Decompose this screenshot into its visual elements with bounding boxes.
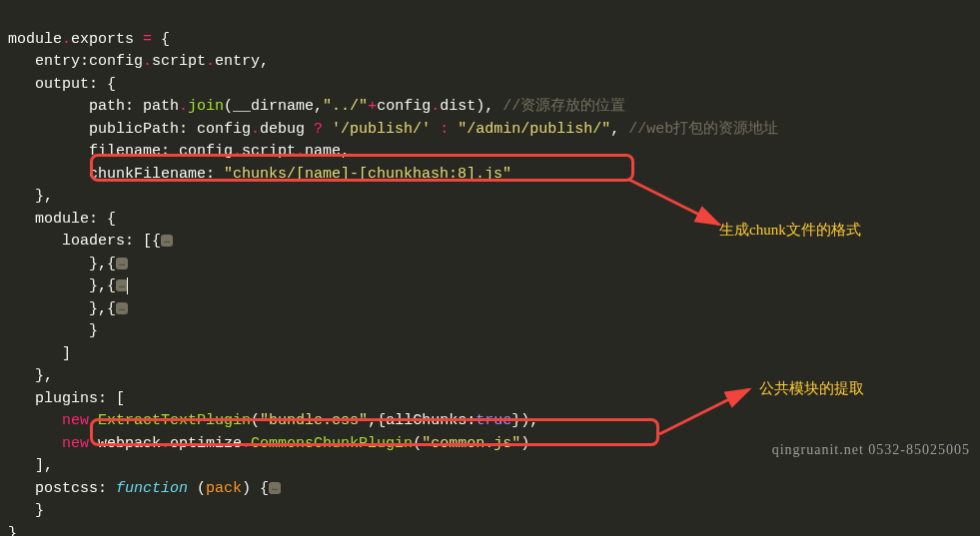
code-line: new ExtractTextPlugin("bundle.css",{allC… — [8, 412, 538, 429]
code-line: plugins: [ — [8, 390, 125, 407]
code-line: } — [8, 525, 17, 537]
fold-icon[interactable]: … — [269, 482, 281, 494]
code-line: new webpack.optimize.CommonsChunkPlugin(… — [8, 435, 529, 452]
code-line: },{… — [8, 300, 128, 317]
code-line: ], — [8, 457, 53, 474]
code-line: publicPath: config.debug ? '/publish/' :… — [8, 121, 778, 138]
code-line: ] — [8, 345, 71, 362]
code-line: chunkFilename: "chunks/[name]-[chunkhash… — [8, 166, 511, 183]
annotation-common-module: 公共模块的提取 — [759, 377, 864, 400]
fold-icon[interactable]: … — [161, 235, 173, 247]
code-line: module: { — [8, 211, 116, 228]
code-line: } — [8, 322, 98, 339]
code-line: module.exports = { — [8, 31, 170, 48]
code-line: },{… — [8, 256, 128, 272]
fold-icon[interactable]: … — [116, 302, 128, 314]
code-line: }, — [8, 188, 53, 205]
code-line: filename: config.script.name, — [8, 143, 350, 160]
text-cursor — [127, 277, 128, 294]
code-line: output: { — [8, 76, 116, 93]
annotation-chunk-format: 生成chunk文件的格式 — [719, 219, 861, 242]
code-line: path: path.join(__dirname,"../"+config.d… — [8, 98, 625, 115]
code-line: }, — [8, 367, 53, 384]
code-line: loaders: [{… — [8, 233, 173, 250]
code-line: postcss: function (pack) {… — [8, 480, 281, 497]
fold-icon[interactable]: … — [116, 258, 128, 269]
watermark-text: qingruanit.net 0532-85025005 — [772, 439, 970, 460]
code-line: },{… — [8, 277, 128, 294]
code-line: } — [8, 502, 44, 519]
code-line: entry:config.script.entry, — [8, 53, 269, 70]
